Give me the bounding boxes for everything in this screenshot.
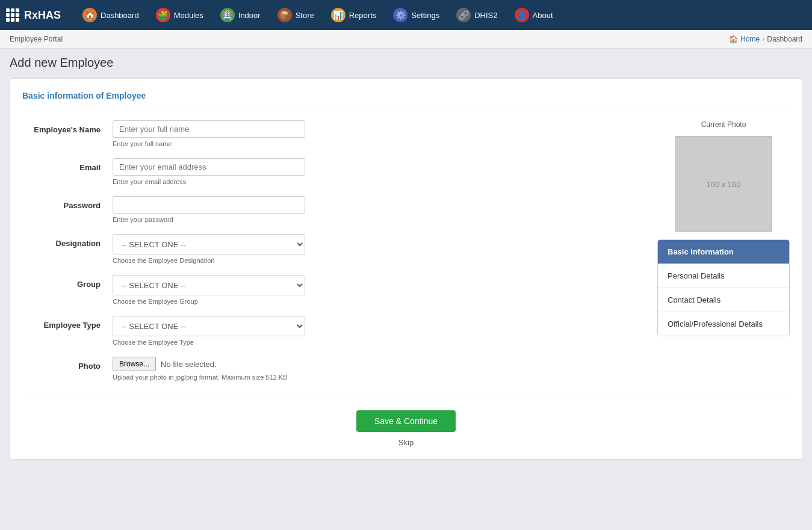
photo-dimensions-text: 160 x 160 <box>706 180 740 189</box>
page-content: Add new Employee Basic information of Em… <box>0 49 812 467</box>
breadcrumb-current: Dashboard <box>767 35 802 43</box>
nav-about[interactable]: 👤 About <box>507 4 560 26</box>
group-wrap: -- SELECT ONE -- Choose the Employee Gro… <box>113 275 305 305</box>
employee-name-input[interactable] <box>113 120 305 138</box>
employee-name-label: Employee's Name <box>22 120 113 134</box>
page-title: Add new Employee <box>10 56 802 70</box>
email-label: Email <box>22 158 113 172</box>
current-photo-label: Current Photo <box>701 120 746 129</box>
dhis2-icon: 🔗 <box>456 8 471 22</box>
store-icon: 📦 <box>277 8 292 22</box>
email-group: Email Enter your email address <box>22 158 639 185</box>
steps-panel: Basic Information Personal Details Conta… <box>657 239 790 336</box>
photo-placeholder: 160 x 160 <box>675 136 772 232</box>
password-label: Password <box>22 196 113 210</box>
employee-name-group: Employee's Name Enter your full name <box>22 120 639 147</box>
nav-reports[interactable]: 📊 Reports <box>324 4 384 26</box>
designation-label: Designation <box>22 234 113 248</box>
email-wrap: Enter your email address <box>113 158 305 185</box>
file-input-wrap: Browse... No file selected. <box>113 357 287 371</box>
employee-type-label: Employee Type <box>22 316 113 330</box>
nav-settings[interactable]: ⚙️ Settings <box>386 4 447 26</box>
step-contact[interactable]: Contact Details <box>658 288 789 312</box>
designation-select[interactable]: -- SELECT ONE -- <box>113 234 305 254</box>
indoor-icon: 🏥 <box>220 8 235 22</box>
step-official[interactable]: Official/Professional Details <box>658 312 789 336</box>
email-input[interactable] <box>113 158 305 176</box>
group-select[interactable]: -- SELECT ONE -- <box>113 275 305 295</box>
grid-icon <box>6 8 19 22</box>
photo-hint: Upload your photo in jpg/png format. Max… <box>113 374 287 381</box>
form-right: Current Photo 160 x 160 Basic Informatio… <box>657 120 790 392</box>
password-hint: Enter your password <box>113 216 305 223</box>
nav-modules[interactable]: 🧩 Modules <box>149 4 211 26</box>
breadcrumb-separator: › <box>762 35 764 43</box>
modules-icon: 🧩 <box>156 8 170 22</box>
designation-group: Designation -- SELECT ONE -- Choose the … <box>22 234 639 264</box>
group-hint: Choose the Employee Group <box>113 298 305 305</box>
breadcrumb: 🏠 Home › Dashboard <box>729 35 802 43</box>
reports-icon: 📊 <box>331 8 346 22</box>
nav-store[interactable]: 📦 Store <box>270 4 321 26</box>
browse-button[interactable]: Browse... <box>113 357 156 371</box>
about-icon: 👤 <box>515 8 529 22</box>
photo-label: Photo <box>22 357 113 371</box>
group-label: Group <box>22 275 113 289</box>
employee-type-hint: Choose the Employee Type <box>113 339 305 346</box>
form-body: Employee's Name Enter your full name Ema… <box>22 120 790 392</box>
form-card: Basic information of Employee Employee's… <box>10 78 802 460</box>
group-group: Group -- SELECT ONE -- Choose the Employ… <box>22 275 639 305</box>
nav-dashboard[interactable]: 🏠 Dashboard <box>75 4 146 26</box>
nav-indoor[interactable]: 🏥 Indoor <box>213 4 268 26</box>
password-wrap: Enter your password <box>113 196 305 223</box>
app-name: RxHAS <box>24 9 61 22</box>
step-personal[interactable]: Personal Details <box>658 264 789 288</box>
breadcrumb-bar: Employee Portal 🏠 Home › Dashboard <box>0 30 812 49</box>
email-hint: Enter your email address <box>113 178 305 185</box>
designation-hint: Choose the Employee Designation <box>113 257 305 264</box>
app-logo[interactable]: RxHAS <box>6 8 61 22</box>
form-main: Employee's Name Enter your full name Ema… <box>22 120 639 392</box>
employee-type-wrap: -- SELECT ONE -- Choose the Employee Typ… <box>113 316 305 346</box>
card-header-suffix: information of Employee <box>47 91 146 100</box>
card-header-prefix: Basic <box>22 91 47 100</box>
password-input[interactable] <box>113 196 305 214</box>
save-continue-button[interactable]: Save & Continue <box>356 410 456 432</box>
dashboard-icon: 🏠 <box>82 8 97 22</box>
employee-name-wrap: Enter your full name <box>113 120 305 147</box>
breadcrumb-home-icon: 🏠 <box>729 35 738 43</box>
designation-wrap: -- SELECT ONE -- Choose the Employee Des… <box>113 234 305 264</box>
nav-dhis2[interactable]: 🔗 DHIS2 <box>449 4 504 26</box>
breadcrumb-home[interactable]: Home <box>740 35 760 43</box>
employee-type-select[interactable]: -- SELECT ONE -- <box>113 316 305 336</box>
step-basic[interactable]: Basic Information <box>658 240 789 264</box>
photo-wrap: Browse... No file selected. Upload your … <box>113 357 287 381</box>
settings-icon: ⚙️ <box>393 8 408 22</box>
employee-name-hint: Enter your full name <box>113 140 305 147</box>
employee-type-group: Employee Type -- SELECT ONE -- Choose th… <box>22 316 639 346</box>
skip-link[interactable]: Skip <box>398 438 414 447</box>
password-group: Password Enter your password <box>22 196 639 223</box>
top-navigation: RxHAS 🏠 Dashboard 🧩 Modules 🏥 Indoor 📦 S… <box>0 0 812 30</box>
file-name-text: No file selected. <box>161 360 217 369</box>
card-header: Basic information of Employee <box>22 91 790 108</box>
photo-group: Photo Browse... No file selected. Upload… <box>22 357 639 381</box>
form-footer: Save & Continue Skip <box>22 398 790 447</box>
portal-label: Employee Portal <box>10 35 63 43</box>
